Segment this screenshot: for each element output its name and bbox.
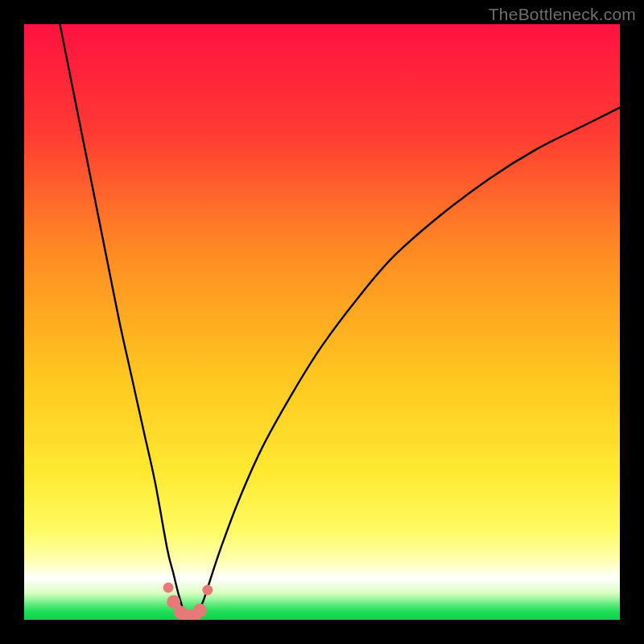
curve-markers bbox=[163, 583, 213, 621]
plot-frame bbox=[24, 24, 620, 620]
curve-marker bbox=[202, 585, 213, 596]
bottleneck-curve bbox=[60, 24, 620, 617]
watermark-text: TheBottleneck.com bbox=[489, 5, 636, 24]
curve-layer bbox=[24, 24, 620, 620]
curve-marker bbox=[193, 604, 207, 617]
curve-marker bbox=[163, 583, 174, 593]
